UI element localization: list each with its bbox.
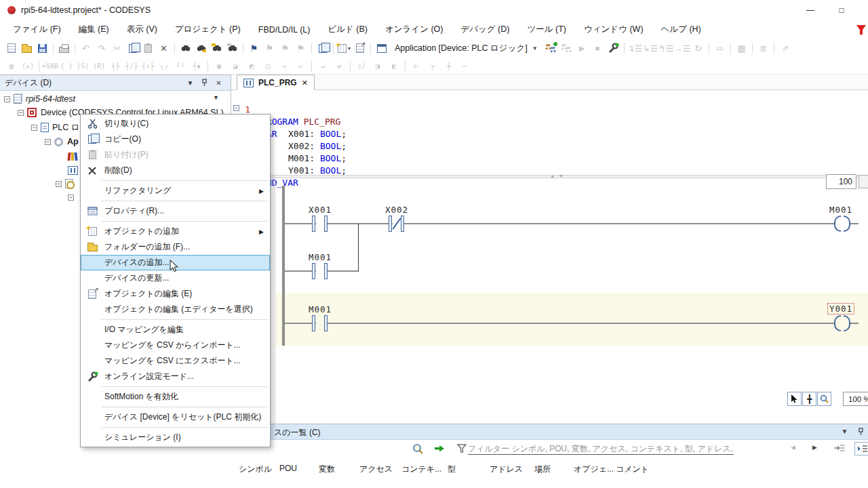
ld-insert-operator-icon[interactable]: ◫ [260,58,276,73]
ld-parallel-contact-icon[interactable]: ┐┌ [156,58,172,73]
ld-branch-above-icon[interactable]: ⊢ [408,58,425,73]
menu-item-delete[interactable]: 削除(D) [81,163,270,178]
ld-branch-below-icon[interactable]: ┬ [425,58,441,73]
collapse-icon[interactable]: − [31,125,37,131]
contact-label[interactable]: X001 [298,205,342,215]
step-into-icon[interactable]: ↳☰ [643,41,658,56]
menu-debug[interactable]: デバッグ (D) [452,24,518,35]
start-icon[interactable]: ▶ [574,41,590,56]
copy-icon[interactable] [125,41,140,56]
toggle-breakpoint-icon[interactable]: ▦ [734,41,749,56]
ld-insert-label-icon[interactable]: ▭ [292,58,309,73]
run-to-cursor-icon[interactable]: →☰ [674,41,691,56]
contact-m001-branch[interactable] [324,263,328,279]
menu-item-cut[interactable]: 切り取り(C) [81,116,270,131]
find-icon[interactable] [178,41,193,56]
column-header[interactable]: POU [279,464,297,473]
tab-plc-prg[interactable]: PLC_PRG ✕ [237,75,315,90]
paste-icon[interactable] [140,41,156,56]
contact-m001[interactable] [324,315,328,331]
menu-item-add-object[interactable]: ★ オブジェクトの追加 ▶ [81,224,270,239]
menu-edit[interactable]: 編集 (E) [70,24,118,35]
minimize-button[interactable]: — [795,0,826,20]
replace-icon[interactable] [193,41,209,56]
new-file-icon[interactable] [3,41,19,56]
pan-tool-button[interactable]: ╋ [802,392,816,406]
pin-icon[interactable] [854,428,868,436]
online-config-mode-icon[interactable] [606,41,621,56]
ld-edge-detect-icon[interactable]: ◨ [370,58,386,73]
filter-icon[interactable] [457,444,467,455]
coil-y001[interactable] [834,315,841,331]
collapse-icon[interactable]: − [68,195,74,201]
save-icon[interactable] [35,41,50,56]
column-header[interactable]: 変数 [319,464,335,475]
contact-x001[interactable] [312,216,315,232]
ld-insert-contact-right-icon[interactable]: ┤▪ [189,58,205,73]
contact-label[interactable]: M001 [298,252,342,262]
dock-list-icon[interactable] [854,442,868,455]
tree-item-plc-prg[interactable] [68,163,78,177]
editor-splitter[interactable]: ▲ ▼ [231,175,868,178]
stop-icon[interactable]: ■ [590,41,606,56]
search-icon[interactable] [412,443,424,457]
edit-object-icon[interactable]: ↗ [352,41,368,56]
coil-label[interactable]: M001 [819,205,863,215]
column-header[interactable]: 場所 [534,464,551,475]
zoom-tool-button[interactable] [817,392,831,406]
build-check-icon[interactable]: ⇗ [777,41,793,56]
collapse-icon[interactable]: − [56,181,62,187]
contact-label[interactable]: M001 [298,304,342,314]
menu-tools[interactable]: ツール (T) [518,24,575,35]
tree-item-application[interactable]: − Ap [45,135,79,148]
menu-item-copy[interactable]: コピー(O) [81,131,270,147]
menu-fbdldil[interactable]: FBD/LD/IL (L) [250,25,319,35]
red-funnel-icon[interactable] [856,24,867,35]
contact-m001[interactable] [312,315,315,331]
cut-icon[interactable]: ✂ [109,41,125,56]
contact-x001[interactable] [324,216,328,232]
send-to-watch-icon[interactable] [834,443,846,455]
bottom-panel-header[interactable]: スの一覧 (C) ▼ [231,424,868,440]
previous-bookmark-icon[interactable]: ⚑ [262,41,277,56]
menu-help[interactable]: ヘルプ (H) [652,24,710,35]
previous-result-icon[interactable]: ◀ [791,444,795,451]
close-button[interactable]: ✕ [857,0,868,20]
menu-file[interactable]: ファイル (F) [4,24,70,35]
tab-close-icon[interactable]: ✕ [302,79,308,87]
bookmark-icon[interactable]: ⚑ [246,41,262,56]
menu-item-reset-device[interactable]: デバイス [Device] をリセット(PLC 初期化) [81,409,270,425]
select-tool-button[interactable] [787,392,802,406]
ld-assign-var-icon[interactable]: =VAR [42,58,58,73]
coil-m001[interactable] [834,216,841,232]
declaration-editor[interactable]: − 1 PROGRAM PLC_PRG 2 VAR X001: BOOL; X0… [231,90,868,175]
menu-item-enable-softmotion[interactable]: SoftMotion を有効化 [81,389,270,405]
ld-contact-icon[interactable]: ┤├ [107,58,123,73]
ld-set-coil-icon[interactable]: (S) [75,58,91,73]
ld-negated-contact-icon[interactable]: ┤/├ [123,58,140,73]
menu-item-edit-io-mapping[interactable]: I/O マッピングを編集 [81,322,270,338]
call-list-icon[interactable]: ≣ [755,41,771,56]
step-over-icon[interactable]: ↴☰ [627,41,643,56]
go-arrow-icon[interactable] [434,444,445,455]
tree-item-task[interactable]: − [68,190,77,204]
collapse-icon[interactable]: − [18,110,24,116]
step-out-icon[interactable]: ↰☰ [658,41,674,56]
menu-item-paste[interactable]: 貼り付け(P) [81,147,270,163]
ld-edge-contact-icon[interactable]: ┤↑├ [140,58,156,73]
nc-contact-x002[interactable] [389,216,392,232]
replace-in-project-icon[interactable] [224,41,240,56]
logout-icon[interactable] [559,41,574,56]
add-object-icon[interactable]: ★▾ [336,41,352,56]
ld-insert-box-en-icon[interactable]: ◩ [243,58,260,73]
ld-branch-icon[interactable]: ( ) [58,58,75,73]
ld-set-reset-icon[interactable]: ◧ [386,58,402,73]
column-header[interactable]: シンボル [239,464,272,475]
tree-item-plc-logic[interactable]: − PLC ロ [31,121,80,134]
login-icon[interactable] [543,41,559,56]
column-header[interactable]: 型 [448,464,456,475]
menu-window[interactable]: ウィンドウ (W) [575,24,652,35]
contact-m001-branch[interactable] [312,263,315,279]
ld-parallel-negated-icon[interactable]: ┘└ [172,58,189,73]
menu-item-properties[interactable]: プロパティ(R)... [81,203,270,219]
